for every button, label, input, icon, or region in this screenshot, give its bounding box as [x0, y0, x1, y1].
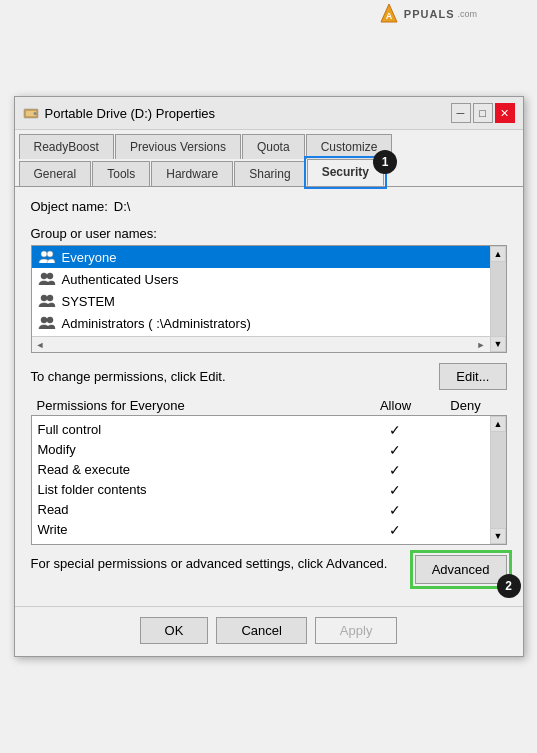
scroll-down-btn[interactable]: ▼: [490, 336, 506, 352]
tab-hardware[interactable]: Hardware: [151, 161, 233, 186]
appuals-logo-icon: A: [377, 2, 401, 26]
perm-read: Read ✓: [38, 500, 500, 520]
permissions-list-container: Full control ✓ Modify ✓ Read & execute ✓…: [31, 415, 507, 545]
svg-point-8: [47, 273, 53, 279]
close-button[interactable]: ✕: [495, 103, 515, 123]
svg-point-2: [33, 112, 36, 115]
group-users-label: Group or user names:: [31, 226, 507, 241]
perm-write-name: Write: [38, 522, 360, 538]
properties-window: Portable Drive (D:) Properties A PPUALS …: [14, 96, 524, 657]
deny-header: Deny: [431, 398, 501, 413]
perm-modify: Modify ✓: [38, 440, 500, 460]
perm-list-folder-allow: ✓: [360, 482, 430, 498]
user-list-container: Everyone Authenticated Users: [31, 245, 507, 353]
apply-button[interactable]: Apply: [315, 617, 398, 644]
cancel-button[interactable]: Cancel: [216, 617, 306, 644]
permissions-scrollbar[interactable]: ▲ ▼: [490, 416, 506, 544]
tab-security[interactable]: Security 1: [307, 159, 384, 186]
perm-list-folder: List folder contents ✓: [38, 480, 500, 500]
appuals-text: PPUALS: [404, 8, 455, 20]
scroll-track-users[interactable]: [491, 262, 506, 336]
bottom-section: For special permissions or advanced sett…: [31, 555, 507, 584]
edit-button[interactable]: Edit...: [439, 363, 506, 390]
drive-icon: [23, 105, 39, 121]
badge-2: 2: [497, 574, 521, 598]
tab-quota[interactable]: Quota: [242, 134, 305, 159]
perm-read-execute-allow: ✓: [360, 462, 430, 478]
perm-scroll-track[interactable]: [491, 432, 506, 528]
user-item-administrators[interactable]: Administrators ( :\Administrators): [32, 312, 506, 334]
perm-scroll-up-btn[interactable]: ▲: [490, 416, 506, 432]
perm-read-name: Read: [38, 502, 360, 518]
bottom-text: For special permissions or advanced sett…: [31, 555, 405, 573]
perm-read-execute-name: Read & execute: [38, 462, 360, 478]
badge-1: 1: [373, 150, 397, 174]
perm-write: Write ✓: [38, 520, 500, 540]
object-name-row: Object name: D:\: [31, 199, 507, 214]
permissions-for-label: Permissions for Everyone: [37, 398, 361, 413]
advanced-button[interactable]: Advanced: [415, 555, 507, 584]
perm-write-allow: ✓: [360, 522, 430, 538]
horizontal-scrollbar[interactable]: ◄ ►: [32, 336, 490, 352]
user-everyone-name: Everyone: [62, 250, 117, 265]
permissions-header: Permissions for Everyone Allow Deny: [31, 398, 507, 413]
user-list-scrollbar[interactable]: ▲ ▼: [490, 246, 506, 352]
title-bar: Portable Drive (D:) Properties A PPUALS …: [15, 97, 523, 130]
perm-modify-name: Modify: [38, 442, 360, 458]
footer: OK Cancel Apply: [15, 606, 523, 656]
appuals-domain: .com: [457, 9, 477, 19]
change-permissions-text: To change permissions, click Edit.: [31, 369, 226, 384]
scroll-right-btn[interactable]: ►: [477, 340, 486, 350]
allow-header: Allow: [361, 398, 431, 413]
tab-tools[interactable]: Tools: [92, 161, 150, 186]
change-permissions-row: To change permissions, click Edit. Edit.…: [31, 363, 507, 390]
tab-sharing[interactable]: Sharing: [234, 161, 305, 186]
window-title: Portable Drive (D:) Properties: [45, 106, 216, 121]
svg-point-6: [47, 251, 53, 257]
svg-point-12: [47, 317, 53, 323]
maximize-button[interactable]: □: [473, 103, 493, 123]
scroll-left-btn[interactable]: ◄: [36, 340, 45, 350]
permissions-list: Full control ✓ Modify ✓ Read & execute ✓…: [32, 416, 506, 544]
user-authenticated-name: Authenticated Users: [62, 272, 179, 287]
object-name-value: D:\: [114, 199, 131, 214]
svg-point-7: [41, 273, 47, 279]
users-icon-system: [38, 293, 56, 309]
advanced-btn-container: Advanced 2: [415, 555, 507, 584]
user-item-system[interactable]: SYSTEM: [32, 290, 506, 312]
tabs-row-2: General Tools Hardware Sharing Security …: [15, 159, 523, 187]
svg-point-5: [41, 251, 47, 257]
svg-point-9: [41, 295, 47, 301]
svg-point-10: [47, 295, 53, 301]
tab-previous-versions[interactable]: Previous Versions: [115, 134, 241, 159]
users-icon-authenticated: [38, 271, 56, 287]
watermark: A PPUALS .com: [377, 2, 477, 26]
perm-full-control: Full control ✓: [38, 420, 500, 440]
object-name-label: Object name:: [31, 199, 108, 214]
perm-full-control-name: Full control: [38, 422, 360, 438]
user-item-everyone[interactable]: Everyone: [32, 246, 506, 268]
ok-button[interactable]: OK: [140, 617, 209, 644]
title-controls: ─ □ ✕: [451, 103, 515, 123]
users-icon-administrators: [38, 315, 56, 331]
svg-text:A: A: [386, 11, 393, 21]
tab-general[interactable]: General: [19, 161, 92, 186]
perm-read-execute: Read & execute ✓: [38, 460, 500, 480]
perm-scroll-down-btn[interactable]: ▼: [490, 528, 506, 544]
tab-readyboost[interactable]: ReadyBoost: [19, 134, 114, 159]
tabs-row-1: ReadyBoost Previous Versions Quota Custo…: [15, 130, 523, 159]
perm-full-control-allow: ✓: [360, 422, 430, 438]
perm-modify-allow: ✓: [360, 442, 430, 458]
users-icon-everyone: [38, 249, 56, 265]
user-system-name: SYSTEM: [62, 294, 115, 309]
user-admins-name: Administrators ( :\Administrators): [62, 316, 251, 331]
perm-list-folder-name: List folder contents: [38, 482, 360, 498]
content-area: Object name: D:\ Group or user names: Ev…: [15, 187, 523, 596]
perm-read-allow: ✓: [360, 502, 430, 518]
minimize-button[interactable]: ─: [451, 103, 471, 123]
title-bar-left: Portable Drive (D:) Properties: [23, 105, 216, 121]
scroll-up-btn[interactable]: ▲: [490, 246, 506, 262]
user-item-authenticated[interactable]: Authenticated Users: [32, 268, 506, 290]
svg-point-11: [41, 317, 47, 323]
